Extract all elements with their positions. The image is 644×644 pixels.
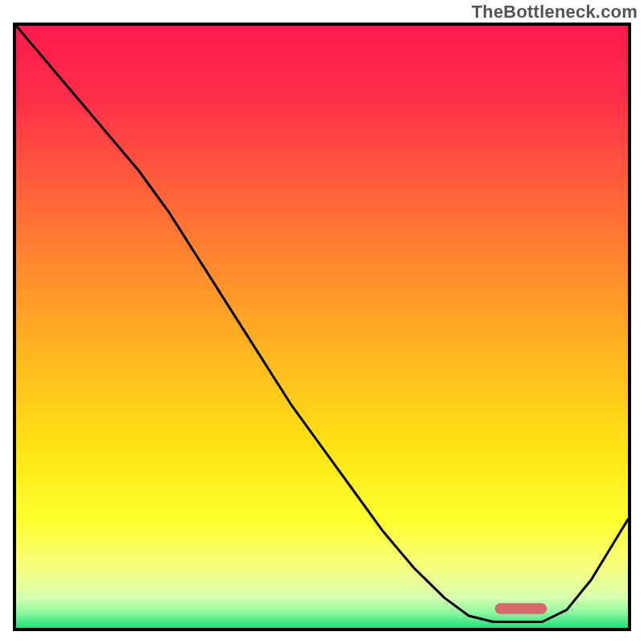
plot-frame xyxy=(13,23,631,631)
optimal-zone-marker xyxy=(495,603,547,614)
chart-container: TheBottleneck.com xyxy=(0,0,644,644)
plot-area xyxy=(16,26,628,628)
chart-svg xyxy=(16,26,628,628)
heatmap-background xyxy=(16,26,628,628)
attribution-text: TheBottleneck.com xyxy=(472,2,638,23)
